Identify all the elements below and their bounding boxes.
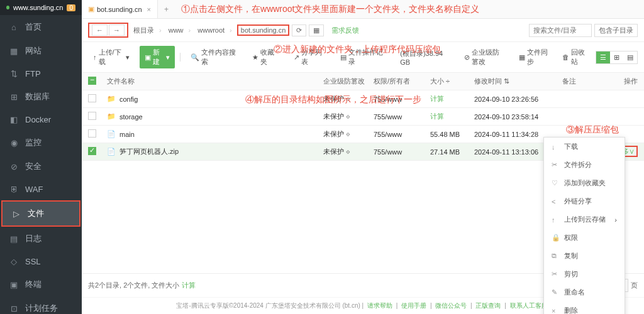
view-list[interactable]: ☰ xyxy=(596,51,610,63)
ctx-删除[interactable]: ×删除 xyxy=(544,301,625,314)
ctx-label: 下载 xyxy=(564,142,578,151)
ctx-icon: ♡ xyxy=(552,179,559,187)
tab-label: bot.sunding.cn xyxy=(97,6,142,13)
sync-button[interactable]: ▦ 文件同步 xyxy=(514,46,553,68)
view-detail[interactable]: ▤ xyxy=(623,51,637,63)
sidebar-icon: ⊡ xyxy=(9,304,19,313)
table-row[interactable]: 📁config未保护 ⟐755/www计算2024-09-10 23:26:56 xyxy=(82,90,644,108)
file-size: 55.48 MB xyxy=(430,131,474,138)
sidebar-label: WAF xyxy=(25,185,43,194)
new-button[interactable]: ▣ 新建 ▾ xyxy=(140,46,175,68)
row-checkbox[interactable] xyxy=(88,112,96,120)
sidebar-item-5[interactable]: ◉监控 xyxy=(0,131,82,154)
sidebar-item-0[interactable]: ⌂首页 xyxy=(0,15,82,39)
status-dot xyxy=(6,6,9,9)
row-checkbox[interactable] xyxy=(88,94,96,102)
bc-root[interactable]: 根目录 xyxy=(131,25,157,35)
sidebar-item-9[interactable]: ▤日志 xyxy=(0,227,82,251)
ctx-label: 剪切 xyxy=(564,269,578,279)
sidebar-label: 日志 xyxy=(25,233,42,244)
ctx-外链分享[interactable]: <外链分享 xyxy=(544,192,625,210)
sidebar-label: 首页 xyxy=(25,21,42,33)
defense-status: 未保护 ⟐ xyxy=(323,94,374,104)
feedback-link[interactable]: 需求反馈 xyxy=(331,26,359,35)
summary: 共2个目录, 2个文件, 文件大小 计算 xyxy=(88,281,196,290)
ctx-复制[interactable]: ⧉复制 xyxy=(544,247,625,265)
ctx-icon: < xyxy=(552,198,559,205)
sidebar-item-7[interactable]: ⛨WAF xyxy=(0,178,82,200)
defense-status: 未保护 ⟐ xyxy=(323,147,374,156)
sidebar-item-8[interactable]: ▷文件 xyxy=(1,200,80,227)
bc-wwwroot[interactable]: wwwroot xyxy=(195,25,227,35)
wechat-link[interactable]: 微信公众号 xyxy=(435,302,467,309)
ctx-权限[interactable]: 🔒权限 xyxy=(544,229,625,247)
ctx-文件拆分[interactable]: ✂文件拆分 xyxy=(544,156,625,174)
nav-forward[interactable]: → xyxy=(109,24,125,36)
include-subdir[interactable]: 包含子目录 xyxy=(594,24,638,37)
sidebar-item-3[interactable]: ⊞数据库 xyxy=(0,85,82,109)
sidebar-item-2[interactable]: ⇅FTP xyxy=(0,63,82,85)
th-time[interactable]: 修改时间 ⇅ xyxy=(474,77,562,86)
th-note: 备注 xyxy=(562,77,600,86)
file-name: 笋丁网页机器人.zip xyxy=(119,147,179,156)
th-name[interactable]: 文件名称 xyxy=(107,77,323,86)
ctx-添加到收藏夹[interactable]: ♡添加到收藏夹 xyxy=(544,174,625,192)
recycle-button[interactable]: 🗑 回收站 xyxy=(557,46,592,68)
ctx-上传到云存储[interactable]: ↑上传到云存储 › xyxy=(544,210,625,229)
content-search[interactable]: 🔍 文件内容搜索 xyxy=(186,46,243,68)
sidebar-label: Docker xyxy=(25,115,51,124)
copy-path-icon[interactable]: ▦ xyxy=(309,24,324,36)
sidebar-item-12[interactable]: ⊡计划任务 xyxy=(0,296,82,314)
view-grid[interactable]: ⊞ xyxy=(610,51,623,63)
help-link[interactable]: 请求帮助 xyxy=(367,302,392,309)
favorites[interactable]: ★ 收藏夹 xyxy=(247,46,283,68)
th-size[interactable]: 大小 ÷ xyxy=(430,77,474,86)
manual-link[interactable]: 使用手册 xyxy=(401,302,426,309)
bc-www[interactable]: www xyxy=(166,25,186,35)
tab-active[interactable]: ▣ bot.sunding.cn × xyxy=(82,0,158,18)
op-log[interactable]: ▤ 文件操作记录 xyxy=(335,46,390,68)
sidebar-label: 监控 xyxy=(25,137,42,148)
close-icon[interactable]: × xyxy=(147,6,151,13)
select-all[interactable] xyxy=(88,77,96,85)
nav-back[interactable]: ← xyxy=(92,24,108,36)
sidebar-item-1[interactable]: ▦网站 xyxy=(0,39,82,63)
defense-button[interactable]: ⊘ 企业级防篡改 xyxy=(459,46,510,68)
ctx-下载[interactable]: ↓下载 xyxy=(544,138,625,156)
row-checkbox[interactable] xyxy=(88,129,96,138)
ctx-重命名[interactable]: ✎重命名 xyxy=(544,283,625,301)
sidebar-label: 终端 xyxy=(25,279,42,290)
share-list[interactable]: ↗ 分享列表 xyxy=(289,46,330,68)
ctx-剪切[interactable]: ✂剪切 xyxy=(544,265,625,283)
refresh-icon[interactable]: ⟳ xyxy=(292,24,306,36)
sidebar-item-10[interactable]: ◇SSL xyxy=(0,251,82,273)
upload-button[interactable]: ↑ 上传/下载 ▾ xyxy=(88,46,135,68)
search-input[interactable] xyxy=(529,24,592,37)
sidebar-label: FTP xyxy=(25,69,41,78)
search-area: 包含子目录 xyxy=(529,24,638,37)
ctx-icon: ↓ xyxy=(552,143,559,151)
table-row[interactable]: 📁storage未保护 ⟐755/www计算2024-09-10 23:58:1… xyxy=(82,108,644,126)
permissions: 755/www xyxy=(374,148,430,156)
sidebar-item-4[interactable]: ◧Docker xyxy=(0,109,82,131)
permissions: 755/www xyxy=(374,131,430,138)
support-link[interactable]: 联系人工客服 xyxy=(510,302,548,309)
sidebar-label: SSL xyxy=(25,257,41,266)
sidebar-item-6[interactable]: ⊘安全 xyxy=(0,154,82,178)
sidebar-icon: ▷ xyxy=(11,209,21,219)
row-checkbox[interactable] xyxy=(88,147,96,155)
notice-badge[interactable]: 0 xyxy=(67,4,75,11)
tab-add[interactable]: + xyxy=(158,5,175,14)
verify-link[interactable]: 正版查询 xyxy=(475,302,501,309)
bc-current[interactable]: bot.sunding.cn xyxy=(237,24,290,36)
sidebar-label: 数据库 xyxy=(25,91,50,102)
ctx-label: 上传到云存储 xyxy=(564,215,606,224)
nav-back-fwd: ← → xyxy=(88,23,128,38)
sidebar-item-11[interactable]: ▣终端 xyxy=(0,273,82,296)
th-op: 操作 xyxy=(600,77,638,86)
sidebar: www.sunding.cn 0 ⌂首页▦网站⇅FTP⊞数据库◧Docker◉监… xyxy=(0,0,82,314)
file-size: 计算 xyxy=(430,94,474,104)
ctx-label: 删除 xyxy=(564,306,578,314)
permissions: 755/www xyxy=(374,95,430,103)
ctx-icon: 🔒 xyxy=(552,234,559,242)
